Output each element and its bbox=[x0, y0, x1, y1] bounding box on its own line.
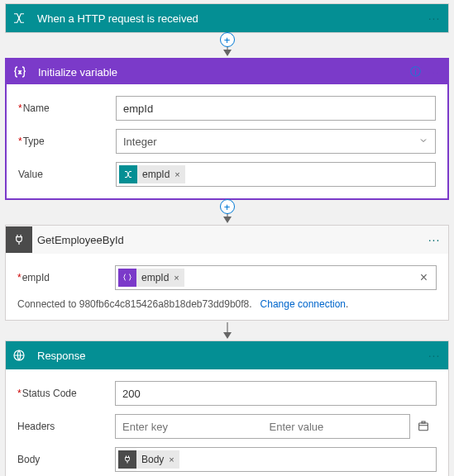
initvar-header[interactable]: x Initialize variable ⓘ ··· bbox=[7, 60, 447, 84]
field-label-headers: Headers bbox=[17, 421, 115, 432]
trigger-menu-button[interactable]: ··· bbox=[425, 12, 443, 25]
getemployee-header[interactable]: GetEmployeeById ··· bbox=[6, 226, 448, 254]
svg-rect-8 bbox=[419, 423, 428, 431]
connector-1: + bbox=[5, 35, 449, 58]
token-label: empId bbox=[137, 169, 174, 180]
http-trigger-icon bbox=[119, 165, 137, 183]
chevron-down-icon bbox=[418, 136, 428, 148]
token-empid-var[interactable]: empId × bbox=[118, 269, 184, 287]
field-label-type: *Type bbox=[18, 136, 116, 147]
svg-text:x: x bbox=[19, 69, 22, 74]
response-card: Response ··· *Status Code Headers Body bbox=[5, 340, 449, 476]
svg-marker-4 bbox=[223, 217, 232, 223]
getemployee-title: GetEmployeeById bbox=[32, 234, 425, 246]
token-body[interactable]: Body × bbox=[118, 450, 179, 469]
getemployee-menu-button[interactable]: ··· bbox=[425, 233, 443, 246]
token-remove-icon[interactable]: × bbox=[169, 455, 179, 464]
info-icon[interactable]: ⓘ bbox=[406, 64, 424, 79]
token-label: empId bbox=[136, 272, 174, 283]
connector-3 bbox=[5, 322, 449, 340]
plug-icon bbox=[118, 450, 136, 469]
insert-step-button-1[interactable]: + bbox=[220, 32, 235, 47]
connector-2: + bbox=[5, 202, 449, 225]
response-title: Response bbox=[32, 350, 425, 362]
token-remove-icon[interactable]: × bbox=[174, 169, 184, 179]
header-value-input[interactable] bbox=[263, 414, 411, 439]
body-input[interactable]: Body × bbox=[115, 447, 437, 472]
trigger-card: When a HTTP request is received ··· bbox=[5, 3, 449, 33]
http-trigger-icon bbox=[6, 5, 32, 31]
field-label-status: *Status Code bbox=[17, 388, 115, 399]
name-input[interactable] bbox=[116, 96, 436, 121]
change-connection-link[interactable]: Change connection bbox=[260, 298, 346, 310]
variable-icon bbox=[118, 269, 136, 287]
trigger-header[interactable]: When a HTTP request is received ··· bbox=[6, 4, 448, 32]
field-label-body: Body bbox=[17, 454, 115, 465]
trigger-title: When a HTTP request is received bbox=[32, 12, 425, 25]
field-label-empid: *empId bbox=[17, 272, 115, 283]
field-label-name: *Name bbox=[18, 102, 116, 114]
initialize-variable-card: x Initialize variable ⓘ ··· *Name *Type … bbox=[5, 58, 449, 200]
svg-marker-1 bbox=[223, 50, 232, 56]
plug-icon bbox=[6, 226, 32, 253]
insert-step-button-2[interactable]: + bbox=[220, 199, 235, 214]
type-select[interactable]: Integer bbox=[116, 129, 436, 154]
svg-marker-6 bbox=[223, 332, 232, 339]
initvar-menu-button[interactable]: ··· bbox=[424, 65, 442, 79]
response-menu-button[interactable]: ··· bbox=[425, 349, 443, 362]
empid-input[interactable]: empId × × bbox=[115, 265, 437, 290]
headers-edit-button[interactable] bbox=[410, 420, 437, 433]
response-icon bbox=[6, 342, 32, 369]
type-select-value: Integer bbox=[123, 136, 156, 148]
initvar-body: *Name *Type Integer Value bbox=[7, 84, 447, 198]
connection-info: Connected to 980fb6c4c815426a8b18deb73dd… bbox=[6, 298, 448, 320]
getemployee-card: GetEmployeeById ··· *empId empId × × bbox=[5, 225, 449, 321]
token-label: Body bbox=[136, 454, 169, 465]
token-remove-icon[interactable]: × bbox=[174, 273, 184, 283]
variable-icon: x bbox=[7, 59, 33, 85]
clear-field-button[interactable]: × bbox=[417, 270, 431, 285]
response-header[interactable]: Response ··· bbox=[6, 341, 448, 369]
response-body: *Status Code Headers Body bbox=[6, 369, 448, 476]
token-empid-trigger[interactable]: empId × bbox=[119, 165, 185, 183]
getemployee-body: *empId empId × × bbox=[6, 254, 448, 298]
field-label-value: Value bbox=[18, 169, 116, 180]
initvar-title: Initialize variable bbox=[33, 66, 406, 79]
status-code-input[interactable] bbox=[115, 381, 437, 406]
connection-id-text: Connected to 980fb6c4c815426a8b18deb73dd… bbox=[17, 298, 252, 310]
header-key-input[interactable] bbox=[115, 414, 263, 439]
value-input[interactable]: empId × bbox=[116, 162, 436, 187]
